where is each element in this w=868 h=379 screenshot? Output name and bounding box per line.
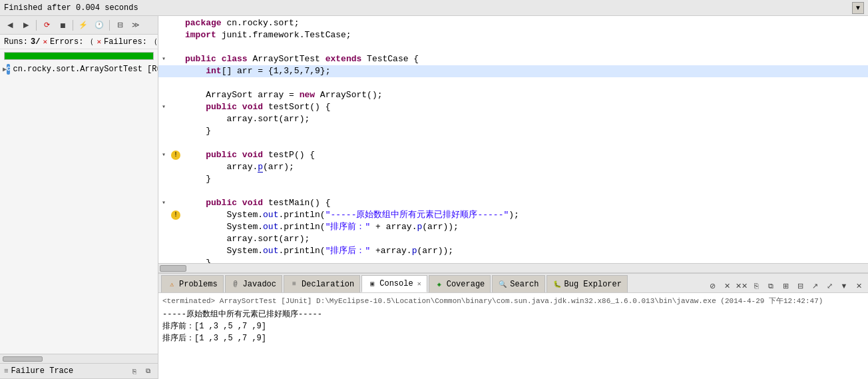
- line-icon: [169, 65, 182, 77]
- runs-count: 3/: [31, 37, 40, 47]
- failures-icon: ✕: [97, 37, 101, 46]
- tab-tool-4[interactable]: ⎘: [750, 279, 763, 292]
- console-area[interactable]: <terminated> ArraySortTest [JUnit] D:\My…: [158, 292, 868, 379]
- fold-gutter[interactable]: ▾: [158, 53, 169, 65]
- code-hscrollbar[interactable]: [158, 263, 868, 272]
- tab-tool-close[interactable]: ✕: [852, 279, 865, 292]
- line-icon: [169, 41, 182, 53]
- code-line-highlighted: int[] arr = {1,3,5,7,9};: [158, 65, 868, 77]
- line-icon: [169, 185, 182, 197]
- trace-filter-btn[interactable]: ⧉: [142, 365, 154, 377]
- console-close[interactable]: ✕: [417, 280, 421, 288]
- fold-gutter[interactable]: ▾: [158, 101, 169, 113]
- coverage-icon: ◈: [435, 280, 444, 289]
- fold-gutter: [158, 113, 169, 125]
- search-icon: 🔍: [498, 280, 507, 289]
- code-line: ▾ public class ArraySortTest extends Tes…: [158, 53, 868, 65]
- code-line: }: [158, 125, 868, 137]
- tab-tool-9[interactable]: ⤢: [823, 279, 836, 292]
- tab-tool-3[interactable]: ✕✕: [735, 279, 748, 292]
- tab-coverage-label: Coverage: [447, 280, 485, 289]
- trace-copy-btn[interactable]: ⎘: [128, 365, 140, 377]
- toolbar-sep-3: [109, 20, 110, 31]
- prev-button[interactable]: ◀: [3, 19, 17, 32]
- tab-tool-8[interactable]: ↗: [808, 279, 821, 292]
- tab-search[interactable]: 🔍 Search: [492, 275, 544, 292]
- left-toolbar: ◀ ▶ ⟳ ⏹ ⚡ 🕐 ⊟ ≫: [0, 16, 158, 35]
- tree-root-item[interactable]: ▶ C cn.rocky.sort.ArraySortTest [Ru: [0, 63, 158, 76]
- tab-javadoc-label: Javadoc: [243, 280, 276, 289]
- collapse-button[interactable]: ▼: [852, 2, 864, 14]
- failure-trace-icon: ≡: [4, 367, 9, 375]
- line-content: int[] arr = {1,3,5,7,9};: [182, 65, 868, 77]
- fold-gutter: [158, 173, 169, 185]
- code-line: [158, 137, 868, 149]
- tab-tool-1[interactable]: ⊘: [706, 279, 719, 292]
- warning-icon-line2: !: [169, 209, 182, 221]
- fold-gutter: [158, 245, 169, 257]
- code-line: ▾ ! public void testP() {: [158, 149, 868, 161]
- tab-tool-7[interactable]: ⊟: [793, 279, 807, 292]
- tab-console[interactable]: ▣ Console ✕: [361, 275, 427, 292]
- tab-tool-menu[interactable]: ▼: [837, 279, 851, 292]
- line-content: array.sort(arr);: [182, 233, 868, 245]
- toolbar-sep-2: [73, 20, 73, 31]
- line-icon: [169, 161, 182, 173]
- toolbar-sep-1: [36, 20, 37, 31]
- rerun-button[interactable]: ⟳: [39, 19, 54, 32]
- code-line: System.out.println("排序前：" + array.p(arr)…: [158, 221, 868, 233]
- runs-label: Runs:: [4, 37, 28, 47]
- code-line: ArraySort array = new ArraySort();: [158, 89, 868, 101]
- tab-bug-explorer[interactable]: 🐛 Bug Explorer: [546, 275, 628, 292]
- fold-gutter[interactable]: ▾: [158, 197, 169, 209]
- line-icon: [169, 29, 182, 41]
- layout-button[interactable]: ⊟: [112, 19, 127, 32]
- warning-icon: !: [171, 151, 180, 160]
- tab-tool-6[interactable]: ⊞: [779, 279, 792, 292]
- errors-count: （: [86, 36, 94, 47]
- class-icon: C: [7, 64, 10, 75]
- line-content: }: [182, 173, 868, 185]
- code-line: [158, 77, 868, 89]
- fold-gutter: [158, 209, 169, 221]
- code-line: [158, 185, 868, 197]
- tab-declaration[interactable]: ≡ Declaration: [284, 275, 360, 292]
- filter-button[interactable]: ⚡: [76, 19, 91, 32]
- test-tree[interactable]: ▶ C cn.rocky.sort.ArraySortTest [Ru: [0, 63, 158, 354]
- h-scroll-thumb[interactable]: [3, 356, 43, 362]
- stop-button[interactable]: ⏹: [55, 19, 70, 32]
- tab-javadoc[interactable]: @ Javadoc: [225, 275, 282, 292]
- main-area: ◀ ▶ ⟳ ⏹ ⚡ 🕐 ⊟ ≫ Runs: 3/ ✕ Errors: （ ✕ F…: [0, 16, 868, 379]
- tab-tool-5[interactable]: ⧉: [764, 279, 777, 292]
- tab-problems[interactable]: ⚠ Problems: [161, 275, 224, 292]
- code-area[interactable]: package cn.rocky.sort; import junit.fram…: [158, 16, 868, 272]
- tab-toolbar-right: ⊘ ✕ ✕✕ ⎘ ⧉ ⊞ ⊟ ↗ ⤢ ▼ ✕: [706, 279, 865, 292]
- hscroll-thumb[interactable]: [160, 265, 186, 272]
- line-icon: [169, 245, 182, 257]
- line-icon: [169, 137, 182, 149]
- finished-text: Finished after 0.004 seconds: [4, 3, 847, 13]
- line-icon: [169, 233, 182, 245]
- fold-gutter: [158, 233, 169, 245]
- fold-gutter: [158, 17, 169, 29]
- next-button[interactable]: ▶: [19, 19, 33, 32]
- left-scrollbar-area: [0, 354, 158, 363]
- history-button[interactable]: 🕐: [92, 19, 107, 32]
- left-panel: ◀ ▶ ⟳ ⏹ ⚡ 🕐 ⊟ ≫ Runs: 3/ ✕ Errors: （ ✕ F…: [0, 16, 158, 379]
- line-icon: [169, 89, 182, 101]
- console-icon: ▣: [367, 279, 377, 288]
- more-button[interactable]: ≫: [128, 19, 143, 32]
- code-line: package cn.rocky.sort;: [158, 17, 868, 29]
- console-terminated: <terminated> ArraySortTest [JUnit] D:\My…: [162, 296, 864, 306]
- problems-icon: ⚠: [167, 280, 176, 289]
- line-content: public void testP() {: [182, 149, 868, 161]
- tab-coverage[interactable]: ◈ Coverage: [429, 275, 491, 292]
- tab-tool-2[interactable]: ✕: [720, 279, 734, 292]
- warning-icon-2: !: [171, 210, 180, 220]
- fold-gutter[interactable]: ▾: [158, 149, 169, 161]
- line-icon: [169, 125, 182, 137]
- line-content: public void testSort() {: [182, 101, 868, 113]
- line-content: array.sort(arr);: [182, 113, 868, 125]
- code-line: ! System.out.println("-----原始数组中所有元素已排好顺…: [158, 209, 868, 221]
- bug-icon: 🐛: [552, 280, 562, 289]
